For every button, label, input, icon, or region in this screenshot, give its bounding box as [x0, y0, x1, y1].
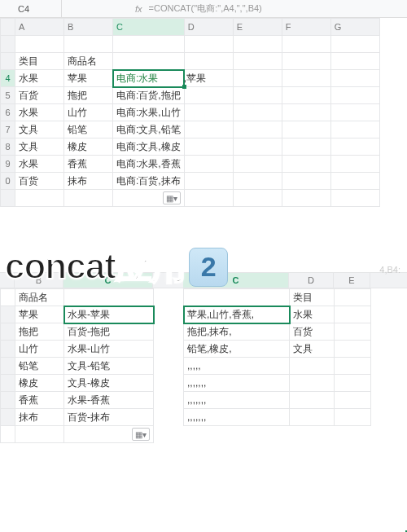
- cell[interactable]: 橡皮: [15, 375, 64, 392]
- cell[interactable]: [290, 358, 335, 375]
- row-header[interactable]: 7: [1, 121, 15, 138]
- cell[interactable]: 商品名: [64, 53, 113, 70]
- cell[interactable]: 山竹: [15, 341, 64, 358]
- cell[interactable]: [290, 392, 335, 409]
- row-header[interactable]: [1, 36, 15, 53]
- cell[interactable]: [290, 375, 335, 392]
- cell[interactable]: 水果: [290, 306, 335, 323]
- cell[interactable]: 香蕉: [64, 156, 113, 173]
- col-header-d[interactable]: D: [184, 19, 233, 36]
- ghost-tooltip: 4,B4:: [379, 265, 400, 275]
- spreadsheet-bottom-left[interactable]: 商品名 苹果 水果-苹果 拖把 百货-拖把 山竹 水果-山竹 铅笔 文具-铅笔 …: [0, 288, 154, 443]
- row-header[interactable]: [1, 358, 15, 375]
- row-header[interactable]: 0: [1, 173, 15, 190]
- select-all-corner[interactable]: [1, 19, 15, 36]
- cell[interactable]: 抹布: [64, 173, 113, 190]
- cell[interactable]: 百货: [15, 173, 64, 190]
- cell[interactable]: 百货: [15, 87, 64, 104]
- title-text: concat应用: [5, 243, 186, 291]
- cell[interactable]: 水果-山竹: [64, 341, 154, 358]
- cell[interactable]: 拖把,抹布,: [184, 323, 290, 341]
- spreadsheet-top[interactable]: A B C D E F G 类目 商品名 4 水果 苹果 电商:水果,苹果 5 …: [0, 18, 380, 207]
- cell[interactable]: 水果: [15, 104, 64, 121]
- cell[interactable]: 香蕉: [15, 392, 64, 409]
- cell[interactable]: 文具-橡皮: [64, 375, 154, 392]
- row-header[interactable]: [1, 375, 15, 392]
- cell[interactable]: 拖把: [15, 323, 64, 341]
- cell[interactable]: 电商:水果,香蕉: [113, 156, 185, 173]
- cell[interactable]: 抹布: [15, 409, 64, 426]
- row-header[interactable]: [1, 409, 15, 426]
- row-header[interactable]: 9: [1, 156, 15, 173]
- row-header[interactable]: [1, 323, 15, 341]
- cell[interactable]: 电商:百货,拖把: [113, 87, 185, 104]
- cell[interactable]: 电商:文具,铅笔: [113, 121, 185, 138]
- col-header-a[interactable]: A: [15, 19, 64, 36]
- smart-fill-icon[interactable]: ▦▾: [132, 428, 150, 441]
- cell: 类目: [290, 289, 335, 306]
- row-header[interactable]: [1, 341, 15, 358]
- cell[interactable]: 苹果: [15, 306, 64, 323]
- cell[interactable]: 电商:水果,苹果: [113, 70, 185, 87]
- cell[interactable]: 山竹: [64, 104, 113, 121]
- col-header-f[interactable]: F: [282, 19, 330, 36]
- cell[interactable]: 水果: [15, 70, 64, 87]
- cell: 商品名: [15, 289, 64, 306]
- cell[interactable]: 类目: [15, 53, 64, 70]
- cell[interactable]: 水果-苹果: [64, 306, 154, 323]
- cell[interactable]: 铅笔: [64, 121, 113, 138]
- cell[interactable]: ,,,,,,,: [184, 392, 290, 409]
- col-header-g[interactable]: G: [330, 19, 379, 36]
- cell[interactable]: 电商:文具,橡皮: [113, 138, 185, 156]
- cell[interactable]: 电商:百货,抹布: [113, 173, 185, 190]
- row-header[interactable]: 5: [1, 87, 15, 104]
- cell[interactable]: 百货-抹布: [64, 409, 154, 426]
- row-header[interactable]: [1, 53, 15, 70]
- row-header[interactable]: 8: [1, 138, 15, 156]
- row-header[interactable]: [1, 392, 15, 409]
- cell[interactable]: 文具: [15, 121, 64, 138]
- cell[interactable]: [290, 409, 335, 426]
- cell[interactable]: 文具: [290, 341, 335, 358]
- cell[interactable]: 水果: [15, 156, 64, 173]
- title-overlay: concat应用 2: [5, 243, 228, 291]
- cell[interactable]: ,,,,,,,: [184, 409, 290, 426]
- row-header[interactable]: 6: [1, 104, 15, 121]
- cell[interactable]: 铅笔: [15, 358, 64, 375]
- cell[interactable]: ,,,,,: [184, 358, 290, 375]
- cell[interactable]: 文具: [15, 138, 64, 156]
- cell[interactable]: 电商:水果,山竹: [113, 104, 185, 121]
- spreadsheet-bottom-right[interactable]: 类目 苹果,山竹,香蕉, 水果 拖把,抹布, 百货 铅笔,橡皮, 文具 ,,,,…: [183, 288, 371, 426]
- cell[interactable]: ,,,,,,,: [184, 375, 290, 392]
- cell[interactable]: 苹果,山竹,香蕉,: [184, 306, 290, 323]
- col-header-c[interactable]: C: [113, 19, 185, 36]
- col-header-e[interactable]: E: [233, 19, 282, 36]
- formula-bar: C4 fx =CONCAT("电商:",A4,",",B4): [0, 0, 407, 18]
- cell[interactable]: 拖把: [64, 87, 113, 104]
- row-header[interactable]: [1, 306, 15, 323]
- cell[interactable]: 水果-香蕉: [64, 392, 154, 409]
- cell[interactable]: 橡皮: [64, 138, 113, 156]
- formula-input[interactable]: =CONCAT("电商:",A4,",",B4): [149, 2, 262, 15]
- title-number-badge: 2: [189, 248, 228, 287]
- name-box[interactable]: C4: [0, 0, 62, 17]
- cell[interactable]: 百货-拖把: [64, 323, 154, 341]
- cell[interactable]: 文具-铅笔: [64, 358, 154, 375]
- smart-fill-icon[interactable]: ▦▾: [163, 191, 181, 204]
- cell[interactable]: 百货: [290, 323, 335, 341]
- fx-icon[interactable]: fx: [135, 4, 142, 14]
- row-header[interactable]: 4: [1, 70, 15, 87]
- cell[interactable]: 铅笔,橡皮,: [184, 341, 290, 358]
- col-header-b[interactable]: B: [64, 19, 113, 36]
- cell[interactable]: 苹果: [64, 70, 113, 87]
